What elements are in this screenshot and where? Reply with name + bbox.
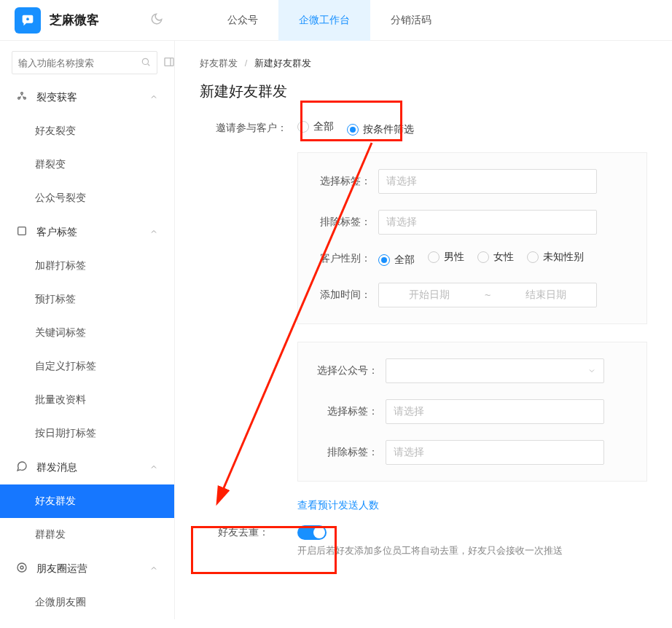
preview-count-link[interactable]: 查看预计发送人数 xyxy=(297,499,379,512)
moments-icon xyxy=(16,562,28,576)
page-title: 新建好友群发 xyxy=(200,82,647,101)
breadcrumb-leaf: 新建好友群发 xyxy=(254,58,311,68)
invite-radio[interactable]: 全部 xyxy=(297,120,334,133)
invite-label: 邀请参与客户： xyxy=(200,122,287,135)
menu-item[interactable]: 加群打标签 xyxy=(0,249,174,283)
menu-group[interactable]: 朋友圈运营 xyxy=(0,552,174,586)
menu-item[interactable]: 群裂变 xyxy=(0,148,174,181)
radio-label: 男性 xyxy=(444,251,464,264)
search-icon xyxy=(141,57,151,69)
chevron-up-icon xyxy=(149,462,158,474)
dedupe-switch[interactable] xyxy=(297,525,327,540)
sidebar-collapse-icon[interactable] xyxy=(163,56,175,70)
menu-group-label: 群发消息 xyxy=(36,461,77,474)
menu-item[interactable]: 公众号裂变 xyxy=(0,181,174,215)
chevron-up-icon xyxy=(149,92,158,103)
main-content: 好友群发 / 新建好友群发 新建好友群发 邀请参与客户： 全部按条件筛选 选择标… xyxy=(175,41,672,619)
select-tag-input[interactable]: 请选择 xyxy=(378,169,597,194)
tag-icon xyxy=(16,225,28,239)
dedupe-label: 好友去重： xyxy=(200,526,287,539)
gender-radio[interactable]: 女性 xyxy=(477,251,514,264)
menu-item[interactable]: 按日期打标签 xyxy=(0,417,174,450)
app-header: 芝麻微客 公众号企微工作台分销活码 xyxy=(0,0,672,41)
account-select[interactable] xyxy=(386,358,604,383)
svg-rect-2 xyxy=(165,58,173,66)
select-tag-label-2: 选择标签： xyxy=(313,405,378,418)
invite-radio[interactable]: 按条件筛选 xyxy=(347,123,414,136)
gender-label: 客户性别： xyxy=(313,252,371,265)
addtime-label: 添加时间： xyxy=(313,289,371,302)
menu-group-label: 裂变获客 xyxy=(36,91,77,104)
brand-name: 芝麻微客 xyxy=(50,12,99,28)
top-nav: 公众号企微工作台分销活码 xyxy=(207,0,452,41)
msg-icon xyxy=(16,460,28,474)
menu-group-label: 客户标签 xyxy=(36,226,77,239)
filter-panel-2: 选择公众号： 选择标签： 请选择 排除标签： 请选择 xyxy=(297,342,647,482)
breadcrumb: 好友群发 / 新建好友群发 xyxy=(200,57,647,70)
top-nav-item[interactable]: 企微工作台 xyxy=(278,0,370,41)
invite-row: 邀请参与客户： 全部按条件筛选 xyxy=(200,120,647,136)
filter-panel-1: 选择标签： 请选择 排除标签： 请选择 客户性别： 全部男性女性未知性别 添加时… xyxy=(297,152,647,324)
exclude-tag-label: 排除标签： xyxy=(313,216,371,229)
menu-item[interactable]: 自定义打标签 xyxy=(0,350,174,383)
menu-item[interactable]: 企微朋友圈 xyxy=(0,586,174,619)
menu-item[interactable]: 关键词标签 xyxy=(0,316,174,350)
breadcrumb-root[interactable]: 好友群发 xyxy=(200,58,238,68)
start-date[interactable]: 开始日期 xyxy=(379,289,480,302)
exclude-tag-label-2: 排除标签： xyxy=(313,446,378,459)
gender-radio[interactable]: 全部 xyxy=(378,254,415,267)
radio-label: 全部 xyxy=(394,254,415,267)
menu-group-label: 朋友圈运营 xyxy=(36,562,87,576)
top-nav-item[interactable]: 公众号 xyxy=(207,0,278,41)
dedupe-row: 好友去重： xyxy=(200,525,647,540)
svg-point-1 xyxy=(142,58,148,64)
menu-item[interactable]: 好友裂变 xyxy=(0,114,174,148)
sidebar: 裂变获客好友裂变群裂变公众号裂变客户标签加群打标签预打标签关键词标签自定义打标签… xyxy=(0,41,175,619)
theme-toggle[interactable] xyxy=(150,12,163,28)
select-tag-input-2[interactable]: 请选择 xyxy=(386,399,604,424)
chevron-down-icon xyxy=(587,366,596,375)
menu-item[interactable]: 批量改资料 xyxy=(0,383,174,417)
menu-group[interactable]: 客户标签 xyxy=(0,215,174,249)
svg-point-7 xyxy=(17,563,26,572)
date-range[interactable]: 开始日期 ~ 结束日期 xyxy=(378,283,597,307)
app-logo xyxy=(15,7,41,34)
gender-radio[interactable]: 未知性别 xyxy=(527,251,584,264)
gender-radio[interactable]: 男性 xyxy=(428,251,464,264)
top-nav-item[interactable]: 分销活码 xyxy=(370,0,452,41)
menu-group[interactable]: 群发消息 xyxy=(0,450,174,484)
dedupe-help: 开启后若好友添加多位员工将自动去重，好友只会接收一次推送 xyxy=(297,544,647,557)
svg-point-3 xyxy=(21,93,23,95)
end-date[interactable]: 结束日期 xyxy=(495,289,596,302)
menu-group[interactable]: 裂变获客 xyxy=(0,80,174,114)
search-input-wrapper[interactable] xyxy=(12,51,157,74)
chevron-up-icon xyxy=(149,563,158,575)
radio-label: 全部 xyxy=(313,120,334,133)
search-input[interactable] xyxy=(18,58,141,68)
fission-icon xyxy=(16,90,28,104)
chevron-up-icon xyxy=(149,227,158,238)
menu-item[interactable]: 群群发 xyxy=(0,518,174,552)
radio-label: 按条件筛选 xyxy=(363,123,414,136)
select-tag-label: 选择标签： xyxy=(313,175,371,188)
radio-label: 女性 xyxy=(493,251,514,264)
menu-item[interactable]: 好友群发 xyxy=(0,484,174,518)
svg-point-0 xyxy=(26,17,29,20)
menu-item[interactable]: 预打标签 xyxy=(0,283,174,316)
exclude-tag-input-2[interactable]: 请选择 xyxy=(386,440,604,465)
account-label: 选择公众号： xyxy=(313,364,378,377)
exclude-tag-input[interactable]: 请选择 xyxy=(378,210,597,235)
radio-label: 未知性别 xyxy=(543,251,584,264)
svg-rect-6 xyxy=(18,227,26,235)
svg-point-8 xyxy=(20,566,23,569)
